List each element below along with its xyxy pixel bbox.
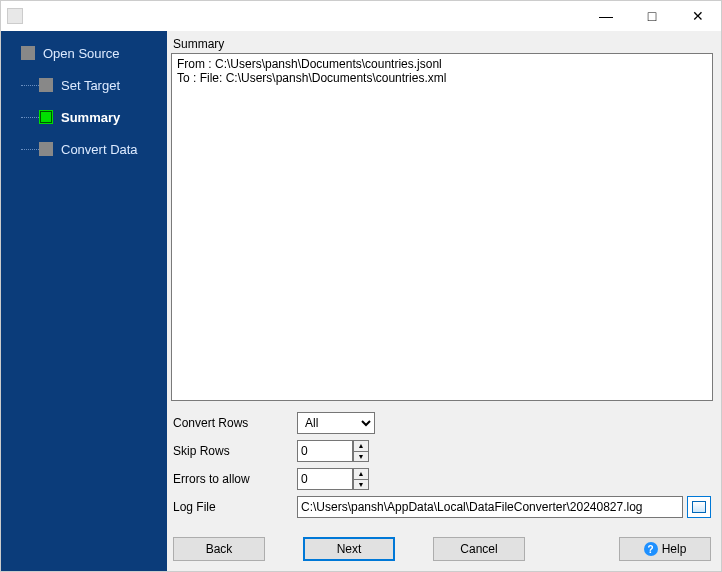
cancel-button[interactable]: Cancel	[433, 537, 525, 561]
summary-section-label: Summary	[171, 35, 713, 53]
next-button[interactable]: Next	[303, 537, 395, 561]
options-panel: Convert Rows All Skip Rows ▲ ▼ Errors to…	[171, 401, 713, 525]
summary-textarea[interactable]: From : C:\Users\pansh\Documents\countrie…	[171, 53, 713, 401]
sidebar-item-summary[interactable]: Summary	[11, 105, 167, 129]
log-file-input[interactable]	[297, 496, 683, 518]
main-panel: Summary From : C:\Users\pansh\Documents\…	[167, 31, 721, 571]
log-file-label: Log File	[173, 500, 297, 514]
sidebar-item-label: Set Target	[61, 78, 120, 93]
spin-down-icon[interactable]: ▼	[354, 480, 368, 490]
close-button[interactable]: ✕	[675, 1, 721, 31]
sidebar-item-open-source[interactable]: Open Source	[11, 41, 167, 65]
step-indicator-icon	[21, 46, 35, 60]
folder-icon	[692, 501, 706, 513]
wizard-sidebar: Open Source Set Target Summary Convert D…	[1, 31, 167, 571]
titlebar: ― □ ✕	[1, 1, 721, 31]
sidebar-item-label: Convert Data	[61, 142, 138, 157]
wizard-buttons: Back Next Cancel ? Help	[171, 525, 713, 567]
window-controls: ― □ ✕	[583, 1, 721, 31]
client-area: Open Source Set Target Summary Convert D…	[1, 31, 721, 571]
errors-allow-stepper[interactable]: ▲ ▼	[297, 468, 369, 490]
sidebar-item-set-target[interactable]: Set Target	[11, 73, 167, 97]
log-file-browse-button[interactable]	[687, 496, 711, 518]
help-button[interactable]: ? Help	[619, 537, 711, 561]
skip-rows-stepper[interactable]: ▲ ▼	[297, 440, 369, 462]
step-indicator-icon	[39, 142, 53, 156]
spin-up-icon[interactable]: ▲	[354, 441, 368, 452]
step-indicator-icon	[39, 110, 53, 124]
app-icon	[7, 8, 23, 24]
minimize-button[interactable]: ―	[583, 1, 629, 31]
sidebar-item-label: Open Source	[43, 46, 120, 61]
step-indicator-icon	[39, 78, 53, 92]
help-icon: ?	[644, 542, 658, 556]
sidebar-item-convert-data[interactable]: Convert Data	[11, 137, 167, 161]
convert-rows-select[interactable]: All	[297, 412, 375, 434]
back-button[interactable]: Back	[173, 537, 265, 561]
errors-allow-label: Errors to allow	[173, 472, 297, 486]
skip-rows-input[interactable]	[297, 440, 353, 462]
sidebar-item-label: Summary	[61, 110, 120, 125]
help-button-label: Help	[662, 542, 687, 556]
spin-down-icon[interactable]: ▼	[354, 452, 368, 462]
errors-allow-input[interactable]	[297, 468, 353, 490]
spin-up-icon[interactable]: ▲	[354, 469, 368, 480]
convert-rows-label: Convert Rows	[173, 416, 297, 430]
maximize-button[interactable]: □	[629, 1, 675, 31]
skip-rows-label: Skip Rows	[173, 444, 297, 458]
